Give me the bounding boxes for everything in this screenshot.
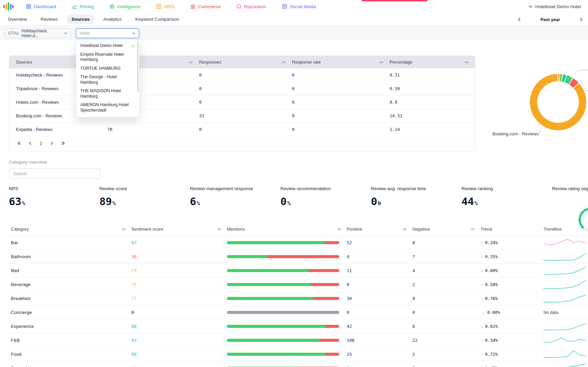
column-menu-icon[interactable] <box>217 228 222 231</box>
trendline-sparkline <box>543 278 586 291</box>
dropdown-scrollbar[interactable] <box>137 42 138 92</box>
dropdown-option-tortue-hamburg[interactable]: TORTUE HAMBURG <box>76 64 139 73</box>
sentiment-score: 75 <box>131 282 227 287</box>
column-menu-icon[interactable] <box>403 228 407 231</box>
hotel-filter-select[interactable]: Hotel <box>76 29 139 38</box>
category-row-concierge[interactable]: Concierge000→0.00%No data <box>9 305 588 319</box>
tab-sources[interactable]: Sources <box>67 15 94 24</box>
mentions-bar-positive <box>227 283 311 286</box>
otas-label: OTAs <box>8 31 19 36</box>
kpi-value: 0% <box>280 195 371 207</box>
category-name: Breakfast <box>11 296 131 301</box>
kpi-label: Review rating segm <box>552 186 588 191</box>
dropdown-option-label: THE MADISON Hotel Hamburg <box>80 88 121 99</box>
last-page-button[interactable] <box>58 139 67 148</box>
sentiment-score: 88 <box>131 324 227 329</box>
column-menu-icon[interactable] <box>471 228 475 231</box>
column-menu-icon[interactable] <box>464 61 469 64</box>
sources-column-header-percentage: Percentage <box>390 60 475 65</box>
mentions-bar <box>227 353 339 356</box>
negative-count: 2 <box>412 352 480 357</box>
period-prev-button[interactable] <box>517 17 521 21</box>
category-row-food[interactable]: Food88152↑0.72% <box>9 347 588 361</box>
category-row-bathroom[interactable]: Bathroom3647↑0.35% <box>9 250 588 264</box>
dropdown-option-ameron-hamburg-hotel-speicherstadt[interactable]: AMERON Hamburg Hotel Speicherstadt <box>76 101 139 115</box>
chevron-down-icon <box>64 32 67 35</box>
hotellistat-logo-icon[interactable] <box>3 2 14 11</box>
category-row-breakfast[interactable]: Breakfast77309↑0.76% <box>9 291 588 305</box>
category-row-front-of-house[interactable]: Front of House6695↑0.47% <box>9 361 588 367</box>
dropdown-option-label: Empire Riverside Hotel Hamburg <box>80 52 124 62</box>
cell-value: 0 <box>199 127 292 132</box>
nav-item-intelligence[interactable]: Intelligence <box>109 4 140 9</box>
mentions-bar <box>227 269 339 272</box>
negative-count: 6 <box>412 324 480 329</box>
trendline-sparkline <box>543 292 586 305</box>
sources-table-row[interactable]: Expedia - Reviews70001.14 <box>9 123 475 136</box>
nav-item-reputation[interactable]: Reputation <box>236 4 266 9</box>
dropdown-option-side-design-hotel-hamburg[interactable]: SIDE Design Hotel Hamburg <box>76 115 139 117</box>
category-row-f-b[interactable]: F&B8310822↑0.34% <box>9 333 588 347</box>
current-page-number[interactable]: 1 <box>36 139 45 148</box>
column-menu-icon[interactable] <box>281 61 286 64</box>
period-navigator: Past year <box>517 13 583 26</box>
column-menu-icon[interactable] <box>121 228 126 231</box>
nav-item-commerce[interactable]: Commerce <box>190 4 220 9</box>
dropdown-option-empire-riverside-hotel-hamburg[interactable]: Empire Riverside Hotel Hamburg <box>76 50 139 64</box>
trend-cell: ↑0.61% <box>480 324 543 329</box>
period-next-button[interactable] <box>579 17 583 21</box>
dropdown-option-hotellistat-demo-hotel[interactable]: Hotellistat Demo Hotel <box>76 41 139 50</box>
nav-item-dashboard[interactable]: Dashboard <box>26 4 56 9</box>
trendline-sparkline <box>543 320 586 333</box>
dropdown-option-the-madison-hotel-hamburg[interactable]: THE MADISON Hotel Hamburg <box>76 87 139 101</box>
hotel-selector-button[interactable]: Hotellistat Demo Hotel <box>529 0 581 13</box>
nav-item-aris[interactable]: ARIS <box>156 4 175 9</box>
cell-value: 0.39 <box>390 86 475 91</box>
trend-cell: ↑0.24% <box>480 240 543 245</box>
otas-select[interactable]: OTAs Holidaycheck, Hotel.d... <box>4 29 71 38</box>
grid-icon <box>26 4 31 9</box>
nav-item-label: Dashboard <box>34 4 56 9</box>
sources-donut-chart[interactable] <box>530 74 586 130</box>
tab-analytics[interactable]: Analytics <box>99 15 126 24</box>
category-row-experience[interactable]: Experience88426↑0.61% <box>9 319 588 333</box>
dropdown-option-label: AMERON Hamburg Hotel Speicherstadt <box>80 102 129 113</box>
category-row-bed[interactable]: Bed73114↑0.60% <box>9 264 588 278</box>
cell-value: 0 <box>199 100 292 105</box>
trendline-cell: No data <box>543 310 588 315</box>
column-header-label: Trendline <box>543 227 562 232</box>
tabs: OverviewReviewsSourcesAnalyticsKeyword C… <box>3 15 184 24</box>
category-row-beverage[interactable]: Beverage7562↑0.58% <box>9 278 588 291</box>
otas-value: Holidaycheck, Hotel.d... <box>21 29 61 38</box>
prev-page-button[interactable] <box>26 139 34 148</box>
category-row-bar[interactable]: Bar87528↑0.24% <box>9 236 588 250</box>
cell-value: 14.32 <box>390 113 475 118</box>
nav-item-social-media[interactable]: Social Media <box>282 4 316 9</box>
column-menu-icon[interactable] <box>379 61 383 64</box>
trend-up-arrow-icon: ↑ <box>480 366 483 367</box>
next-page-button[interactable] <box>47 139 56 148</box>
column-menu-icon[interactable] <box>337 228 341 231</box>
first-page-button[interactable] <box>15 139 23 148</box>
column-header-label: Response rate <box>292 60 321 65</box>
trend-cell: →0.00% <box>480 310 543 315</box>
nav-item-pricing[interactable]: Pricing <box>72 4 94 9</box>
kpi-label: NPS <box>9 186 99 191</box>
tab-keyword-comparison[interactable]: Keyword Comparison <box>131 15 184 24</box>
kpi-unit: % <box>474 200 477 206</box>
period-label: Past year <box>540 17 560 22</box>
cell-value: 0 <box>292 127 390 132</box>
trendline-cell <box>543 264 588 277</box>
column-header-label: Responses <box>199 60 221 65</box>
tab-reviews[interactable]: Reviews <box>36 15 62 24</box>
category-search-box <box>9 168 100 179</box>
column-menu-icon[interactable] <box>189 61 193 64</box>
trendline-cell <box>543 292 588 305</box>
cell-value: 33 <box>199 113 292 118</box>
dropdown-option-the-george-hotel-hamburg[interactable]: The George - Hotel Hamburg <box>76 73 139 87</box>
tab-overview[interactable]: Overview <box>3 15 31 24</box>
sentiment-score: 73 <box>131 268 227 273</box>
category-name: Beverage <box>11 282 131 287</box>
pagination: 1 <box>15 137 67 150</box>
category-search-input[interactable] <box>9 171 100 176</box>
